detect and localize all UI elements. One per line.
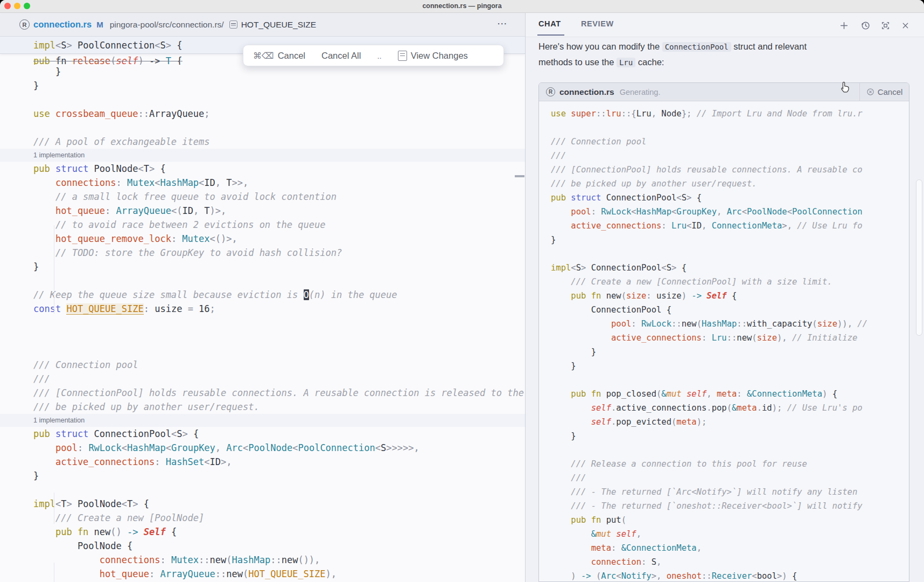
cmd-backspace-shortcut-icon: ⌘⌫ xyxy=(253,51,274,61)
assistant-message: Here's how you can modify the Connection… xyxy=(538,39,883,70)
code-line xyxy=(0,93,525,107)
history-icon[interactable] xyxy=(860,20,871,31)
inline-code-chip: ConnectionPool xyxy=(662,42,731,52)
code-line: /// Connection pool xyxy=(0,358,525,372)
code-line: pub struct ConnectionPool<S> { xyxy=(539,191,909,205)
editor-tabbar: R connection.rs M pingora-pool/src/conne… xyxy=(0,13,525,37)
code-line: impl<T> PoolNode<T> { xyxy=(0,497,525,511)
code-line: /// be picked up by another user/request… xyxy=(539,177,909,191)
code-line: /// - The returned [`Arc<Notify>`] will … xyxy=(539,485,909,499)
code-line: /// Create a new [ConnectionPool] with a… xyxy=(539,275,909,289)
code-line: active_connections: Lru<ID, ConnectionMe… xyxy=(539,219,909,233)
editor-scrollbar-marker[interactable] xyxy=(515,175,524,177)
code-line: /// Release a connection to this pool fo… xyxy=(539,457,909,471)
code-line: connections: Mutex::new(HashMap::new()), xyxy=(0,553,525,567)
code-line: pub fn new() -> Self { xyxy=(0,525,525,539)
git-modified-badge: M xyxy=(96,20,103,29)
generation-cancel-button[interactable]: Cancel xyxy=(859,83,909,101)
code-line: &mut self, xyxy=(539,527,909,541)
code-line xyxy=(0,344,525,358)
code-line: self.pop_evicted(meta); xyxy=(539,415,909,429)
code-line: } xyxy=(0,65,525,79)
diff-document-icon xyxy=(398,51,407,61)
code-line: pub fn put( xyxy=(539,513,909,527)
code-line: active_connections: HashSet<ID>, xyxy=(0,455,525,469)
code-line: /// [ConnectionPool] holds reusable conn… xyxy=(539,163,909,177)
code-line: } xyxy=(539,359,909,373)
code-line: self.active_connections.pop(&meta.id); /… xyxy=(539,401,909,415)
code-line xyxy=(539,443,909,457)
code-line: pub fn new(size: usize) -> Self { xyxy=(539,289,909,303)
shortcut-dots: .. xyxy=(377,51,381,60)
code-line: ) -> (Arc<Notify>, oneshot::Receiver<boo… xyxy=(539,569,909,581)
titlebar: connection.rs — pingora xyxy=(0,0,924,13)
symbol-icon xyxy=(229,20,237,29)
code-line: ConnectionPool { xyxy=(539,303,909,317)
close-panel-icon[interactable] xyxy=(900,20,911,31)
generated-code[interactable]: use super::lru::{Lru, Node}; // Import L… xyxy=(539,101,909,581)
code-line xyxy=(0,274,525,288)
new-chat-icon[interactable] xyxy=(838,20,849,31)
tab-filename[interactable]: connection.rs xyxy=(33,19,92,30)
assistant-panel: CHAT REVIEW Here's how you can modify th… xyxy=(526,13,924,582)
implementation-annotation: 1 implementation xyxy=(0,414,525,427)
code-editor[interactable]: pub fn release(self) -> T { }}use crossb… xyxy=(0,37,525,582)
cancel-button[interactable]: ⌘⌫ Cancel xyxy=(253,51,305,61)
view-changes-label: View Changes xyxy=(411,51,468,61)
code-line: /// xyxy=(0,372,525,386)
code-line: active_connections: Lru::new(size), // I… xyxy=(539,331,909,345)
code-line: use crossbeam_queue::ArrayQueue; xyxy=(0,107,525,121)
code-line: } xyxy=(0,79,525,93)
view-changes-button[interactable]: View Changes xyxy=(398,51,468,61)
implementation-annotation: 1 implementation xyxy=(0,149,525,162)
window-title: connection.rs — pingora xyxy=(0,2,924,10)
code-line: use super::lru::{Lru, Node}; // Import L… xyxy=(539,107,909,121)
app-window: connection.rs — pingora R connection.rs … xyxy=(0,0,924,582)
code-line xyxy=(539,121,909,135)
code-generation-card: R connection.rs Generating. Cancel use s… xyxy=(538,82,909,582)
code-line xyxy=(0,316,525,330)
code-line: /// xyxy=(539,149,909,163)
cancel-all-button[interactable]: Cancel All xyxy=(321,51,361,61)
generation-card-header: R connection.rs Generating. Cancel xyxy=(539,83,909,101)
code-line xyxy=(0,483,525,497)
code-line: } xyxy=(539,233,909,247)
code-line: /// xyxy=(539,471,909,485)
code-line: pub fn pop_closed(&mut self, meta: &Conn… xyxy=(539,387,909,401)
cancel-label: Cancel xyxy=(278,51,305,61)
code-line: /// - The returned [`oneshot::Receiver<b… xyxy=(539,499,909,513)
generation-status: Generating. xyxy=(620,88,661,96)
code-line: pool: RwLock<HashMap<GroupKey, Arc<PoolN… xyxy=(0,441,525,455)
code-line xyxy=(539,373,909,387)
code-line xyxy=(0,121,525,135)
code-line: PoolNode { xyxy=(0,539,525,553)
tab-chat[interactable]: CHAT xyxy=(538,19,561,28)
code-line: connections: Mutex<HashMap<ID, T>>, xyxy=(0,176,525,190)
code-line: } xyxy=(539,429,909,443)
tab-overflow-menu[interactable]: ⋯ xyxy=(497,17,508,30)
code-line: /// [ConnectionPool] holds reusable conn… xyxy=(0,386,525,400)
generation-filename: connection.rs xyxy=(559,87,614,97)
indent-guide xyxy=(54,225,54,314)
code-line: // to avoid race between 2 evictions on … xyxy=(0,218,525,232)
code-line: /// Create a new [PoolNode] xyxy=(0,511,525,525)
code-line: hot_queue_remove_lock: Mutex<()>, xyxy=(0,232,525,246)
tab-review[interactable]: REVIEW xyxy=(581,19,614,28)
assistant-message-line: Here's how you can modify the Connection… xyxy=(538,39,883,55)
breadcrumb-path[interactable]: pingora-pool/src/connection.rs/ xyxy=(110,20,224,30)
indent-guide xyxy=(54,563,54,582)
breadcrumb-symbol[interactable]: HOT_QUEUE_SIZE xyxy=(241,20,317,30)
cancel-circle-icon xyxy=(866,88,874,96)
code-line xyxy=(0,330,525,344)
panel-scrollbar-thumb[interactable] xyxy=(916,179,922,336)
assistant-message-line: methods to use the Lru cache: xyxy=(538,55,883,71)
code-line: /// be picked up by another user/request… xyxy=(0,400,525,414)
code-line: pub struct PoolNode<T> { xyxy=(0,162,525,176)
rust-file-icon: R xyxy=(19,19,30,30)
code-line: impl<S> ConnectionPool<S> { xyxy=(539,261,909,275)
code-line: // TODO: store the GroupKey to avoid has… xyxy=(0,246,525,260)
code-line: // Keep the queue size small because evi… xyxy=(0,288,525,302)
expand-panel-icon[interactable] xyxy=(880,20,891,31)
code-line: pool: RwLock::new(HashMap::with_capacity… xyxy=(539,317,909,331)
cancel-all-label: Cancel All xyxy=(321,51,361,61)
